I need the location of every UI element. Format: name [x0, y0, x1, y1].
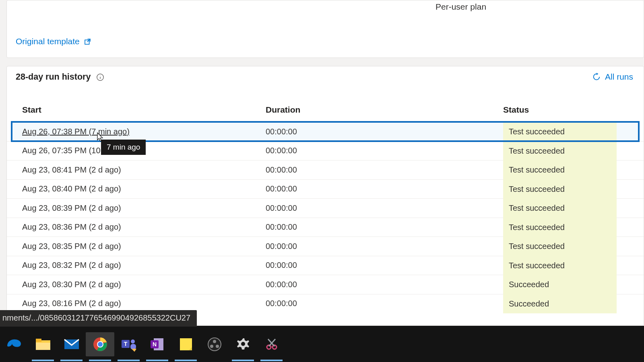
svg-point-18: [208, 338, 221, 351]
status-badge: Test succeeded: [503, 160, 617, 179]
run-start-link[interactable]: Aug 23, 08:41 PM (2 d ago): [22, 165, 266, 175]
table-row[interactable]: Aug 23, 08:40 PM (2 d ago) 00:00:00 Test…: [7, 179, 644, 199]
svg-rect-5: [36, 343, 50, 350]
taskbar-mail[interactable]: [57, 332, 86, 356]
run-duration: 00:00:00: [266, 204, 503, 213]
status-badge: Test succeeded: [503, 141, 617, 160]
svg-point-20: [210, 345, 213, 348]
svg-point-9: [98, 342, 103, 347]
run-duration: 00:00:00: [266, 261, 503, 270]
table-row[interactable]: Aug 23, 08:30 PM (2 d ago) 00:00:00 Succ…: [7, 275, 644, 294]
all-runs-link[interactable]: All runs: [592, 72, 633, 82]
col-header-start[interactable]: Start: [22, 105, 266, 115]
taskbar-sticky-notes[interactable]: [171, 332, 200, 356]
taskbar-obs[interactable]: [200, 332, 229, 356]
run-start-link[interactable]: Aug 23, 08:32 PM (2 d ago): [22, 261, 266, 270]
table-row[interactable]: Aug 23, 08:36 PM (2 d ago) 00:00:00 Test…: [7, 218, 644, 237]
run-start-link[interactable]: Aug 23, 08:39 PM (2 d ago): [22, 204, 266, 213]
status-badge: Test succeeded: [503, 218, 617, 237]
snip-icon: [264, 337, 279, 352]
original-template-link[interactable]: Original template: [16, 37, 91, 46]
table-row[interactable]: Aug 23, 08:32 PM (2 d ago) 00:00:00 Test…: [7, 256, 644, 275]
run-duration: 00:00:00: [266, 242, 503, 251]
taskbar-settings[interactable]: [229, 332, 257, 356]
status-badge: Succeeded: [503, 294, 617, 313]
run-start-link[interactable]: Aug 23, 08:30 PM (2 d ago): [22, 280, 266, 289]
status-badge: Test succeeded: [503, 237, 617, 256]
teams-icon: T: [121, 337, 137, 352]
run-history-card: 28-day run history All runs Start Durat: [6, 66, 644, 326]
taskbar-file-explorer[interactable]: [29, 332, 57, 356]
chrome-icon: [93, 337, 108, 352]
folder-icon: [35, 338, 51, 351]
taskbar-snip[interactable]: [257, 332, 286, 356]
taskbar-onenote[interactable]: N: [143, 332, 171, 356]
mail-icon: [64, 338, 80, 351]
svg-point-19: [213, 340, 216, 343]
original-template-label: Original template: [16, 37, 80, 46]
run-duration: 00:00:00: [266, 184, 503, 193]
run-duration: 00:00:00: [266, 222, 503, 232]
table-row[interactable]: Aug 23, 08:35 PM (2 d ago) 00:00:00 Test…: [7, 237, 644, 256]
browser-status-bar: nments/.../08586031217765469904926855322…: [0, 310, 197, 327]
run-start-link[interactable]: Aug 26, 07:38 PM (7 min ago): [22, 127, 130, 136]
run-history-header: 28-day run history All runs: [7, 66, 644, 86]
svg-point-12: [131, 339, 135, 343]
onenote-icon: N: [150, 337, 165, 352]
windows-taskbar[interactable]: T N: [0, 326, 644, 362]
run-history-table: Start Duration Status Aug 26, 07:38 PM (…: [7, 98, 644, 313]
run-start-link[interactable]: Aug 23, 08:36 PM (2 d ago): [22, 222, 266, 232]
svg-point-21: [216, 345, 219, 348]
col-header-status[interactable]: Status: [503, 105, 644, 115]
run-duration: 00:00:00: [266, 146, 503, 155]
table-header-row: Start Duration Status: [7, 98, 644, 122]
gear-icon: [235, 337, 251, 352]
flow-details-card: Per-user plan Original template: [6, 0, 644, 58]
svg-point-22: [241, 342, 245, 346]
svg-text:T: T: [124, 341, 127, 347]
run-duration: 00:00:00: [266, 299, 503, 308]
run-duration: 00:00:00: [266, 280, 503, 289]
svg-rect-13: [130, 344, 136, 350]
taskbar-edge[interactable]: [0, 332, 29, 356]
status-badge: Test succeeded: [503, 198, 617, 218]
svg-rect-17: [180, 338, 192, 350]
status-badge: Test succeeded: [503, 256, 617, 275]
table-row[interactable]: Aug 23, 08:39 PM (2 d ago) 00:00:00 Test…: [7, 198, 644, 218]
run-history-title: 28-day run history: [16, 72, 91, 82]
open-in-new-icon: [84, 38, 91, 45]
svg-rect-4: [36, 339, 41, 342]
status-badge: Succeeded: [503, 275, 617, 294]
table-row[interactable]: Aug 26, 07:38 PM (7 min ago) 00:00:00 Te…: [12, 122, 639, 141]
timestamp-tooltip: 7 min ago: [101, 140, 146, 155]
plan-label: Per-user plan: [436, 2, 486, 12]
table-row[interactable]: Aug 23, 08:41 PM (2 d ago) 00:00:00 Test…: [7, 160, 644, 179]
taskbar-teams[interactable]: T: [114, 332, 143, 356]
col-header-duration[interactable]: Duration: [266, 105, 503, 115]
obs-icon: [207, 337, 222, 352]
status-badge: Test succeeded: [503, 179, 617, 199]
edge-icon: [6, 336, 23, 352]
status-badge: Test succeeded: [503, 122, 617, 141]
info-icon[interactable]: [96, 73, 104, 81]
run-duration: 00:00:00: [266, 165, 503, 175]
refresh-icon: [592, 72, 601, 81]
sticky-notes-icon: [179, 337, 193, 352]
svg-point-2: [100, 75, 101, 76]
run-duration: 00:00:00: [266, 127, 503, 136]
all-runs-label: All runs: [605, 72, 633, 82]
run-start-link[interactable]: Aug 23, 08:35 PM (2 d ago): [22, 242, 266, 251]
svg-text:N: N: [152, 341, 156, 348]
run-start-link[interactable]: Aug 23, 08:40 PM (2 d ago): [22, 184, 266, 193]
run-start-link[interactable]: Aug 23, 08:16 PM (2 d ago): [22, 299, 266, 308]
taskbar-chrome[interactable]: [86, 332, 114, 356]
